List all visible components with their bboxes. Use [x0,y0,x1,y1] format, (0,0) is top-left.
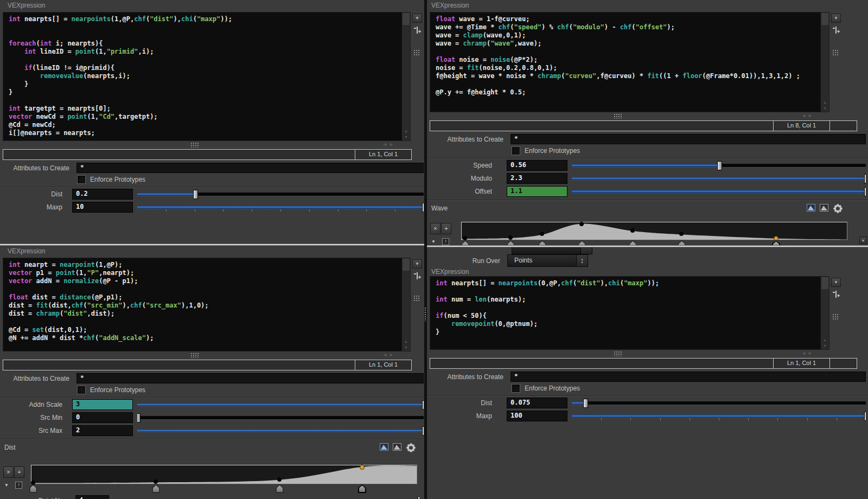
editor-hscrollbar[interactable]: ◄► [3,351,411,359]
hscrollbar-grip[interactable] [614,351,622,356]
slider-handle[interactable] [864,174,866,183]
ramp-add-point-button[interactable]: + [441,223,451,234]
code-text[interactable]: float wave = 1-f@curveu;wave += @Time * … [430,12,821,112]
scrollbar-thumb[interactable] [821,277,828,289]
parameter-slider[interactable] [137,413,424,423]
ramp-preset-icon[interactable] [380,443,388,451]
scroll-right-icon[interactable]: ► [808,350,814,356]
ramp-point-handle[interactable] [538,240,546,245]
enforce-prototypes-checkbox[interactable] [512,384,520,393]
scroll-down-icon[interactable]: ▼ [402,135,410,139]
slider-handle[interactable] [583,399,588,408]
ramp-menu-gear-icon[interactable] [406,443,415,451]
hscrollbar-grip[interactable] [190,353,199,358]
ramp-point-selected[interactable] [360,465,365,470]
ramp-point[interactable] [508,235,513,240]
parameter-value-field[interactable]: 0 [72,412,133,423]
ramp-collapse-toggle[interactable]: ▼ [431,239,436,244]
ramp-point[interactable] [630,228,635,233]
vex-code-editor[interactable]: int nearpt = nearpoint(1,@P);vector p1 =… [3,258,411,351]
ramp-add-point-button[interactable]: + [14,466,24,478]
expression-editor-icon[interactable] [413,272,424,282]
ramp-point-handle[interactable] [152,484,160,493]
dropdown-spinner-icon[interactable]: ▲▼ [576,255,588,266]
editor-resize-grip[interactable] [413,295,420,301]
scroll-down-icon[interactable]: ▼ [821,344,829,348]
attributes-to-create-field[interactable]: * [76,373,424,383]
slider-handle[interactable] [422,203,424,212]
enforce-prototypes-checkbox[interactable] [512,146,520,155]
parameter-slider[interactable] [572,398,866,408]
scroll-left-icon[interactable]: ◄ [382,352,389,357]
pane-divider-horizontal[interactable] [0,244,424,246]
scrollbar-thumb[interactable] [403,13,410,25]
ramp-point-handle[interactable] [358,484,366,493]
hscrollbar-grip[interactable] [614,113,622,119]
editor-menu-button[interactable]: ▼ [412,14,422,23]
pane-scroll-down-button[interactable]: ▼ [859,236,867,244]
pane-divider-horizontal[interactable] [427,245,868,247]
expression-editor-icon[interactable] [832,290,843,300]
slider-handle[interactable] [137,413,141,423]
scroll-down-icon[interactable]: ▼ [402,346,410,349]
scroll-up-icon[interactable]: ▲ [821,338,829,342]
parameter-value-field[interactable]: 1.1 [507,186,567,197]
enforce-prototypes-checkbox[interactable] [77,386,86,394]
parameter-slider[interactable] [572,161,866,170]
ramp-point-handle[interactable] [578,240,586,245]
ramp-point-selected[interactable] [774,236,778,241]
expression-editor-icon[interactable] [413,26,424,36]
ramp-cycle-icon[interactable]: ↕ [442,238,449,245]
ramp-cycle-icon[interactable]: ↕ [15,482,22,489]
parameter-slider[interactable] [572,411,866,421]
ramp-menu-gear-icon[interactable] [833,203,842,212]
slider-handle[interactable] [418,496,419,499]
ramp-delete-point-button[interactable]: × [430,223,441,234]
slider-handle[interactable] [422,426,424,436]
ramp-point-handle[interactable] [461,240,469,245]
ramp-point-handle[interactable] [29,484,37,493]
attributes-to-create-field[interactable]: * [510,134,866,144]
parameter-slider[interactable] [137,202,424,212]
scroll-down-icon[interactable]: ▼ [821,106,829,110]
scrollbar-thumb[interactable] [821,13,828,25]
pane-divider-grip[interactable] [424,307,427,321]
parameter-value-field[interactable]: 2.3 [507,173,567,184]
editor-resize-grip[interactable] [413,49,420,55]
ramp-point-handle[interactable] [772,240,780,245]
slider-handle[interactable] [864,187,866,196]
editor-vscrollbar[interactable]: ▲ ▼ [401,12,410,140]
code-text[interactable]: int nearpt = nearpoint(1,@P);vector p1 =… [3,258,402,351]
parameter-value-field[interactable]: 2 [72,425,133,436]
parameter-value-field[interactable]: 100 [507,411,567,421]
scroll-left-icon[interactable]: ◄ [801,350,808,356]
ramp-collapse-toggle[interactable]: ▼ [4,483,9,488]
scrollbar-thumb[interactable] [403,259,410,271]
parameter-value-field[interactable]: 4 [75,495,109,499]
ramp-point-handle[interactable] [276,484,284,493]
editor-menu-button[interactable]: ▼ [831,278,841,287]
editor-resize-grip[interactable] [832,314,839,319]
ramp-preset-icon[interactable] [807,204,815,212]
parameter-slider[interactable] [572,187,866,196]
scroll-right-icon[interactable]: ► [389,352,395,357]
parameter-slider[interactable] [137,189,424,199]
clipped-dropdown[interactable] [512,247,592,254]
editor-vscrollbar[interactable]: ▲ ▼ [820,12,829,112]
parameter-value-field[interactable]: 0.075 [507,398,567,408]
scroll-right-icon[interactable]: ► [389,142,395,147]
parameter-value-field[interactable]: 3 [72,399,133,410]
scroll-left-icon[interactable]: ◄ [382,142,389,147]
ramp-point-handle[interactable] [507,240,515,245]
parameter-slider[interactable] [572,174,866,183]
ramp-point-handle[interactable] [678,240,686,245]
parameter-slider[interactable] [137,400,424,410]
editor-vscrollbar[interactable]: ▲ ▼ [401,258,410,351]
ramp-point[interactable] [277,477,282,482]
scroll-up-icon[interactable]: ▲ [402,340,410,343]
parameter-value-field[interactable]: 10 [72,202,133,213]
vex-code-editor[interactable]: int nearpts[] = nearpoints(0,@P,chf("dis… [430,276,829,350]
editor-resize-grip[interactable] [832,49,839,55]
parameter-slider[interactable] [137,426,424,436]
code-text[interactable]: int nearpts[] = nearpoints(1,@P,chf("dis… [3,12,402,140]
